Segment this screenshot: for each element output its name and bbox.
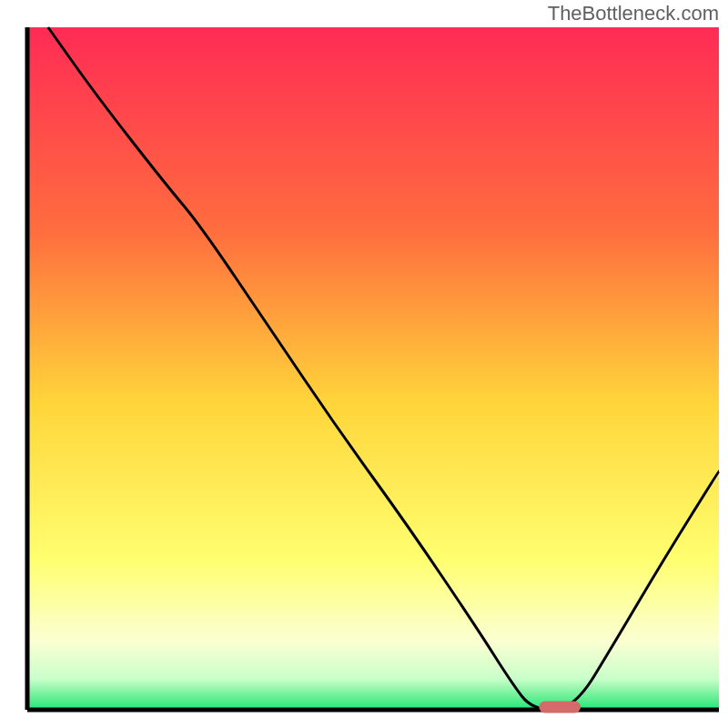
bottleneck-chart: [0, 0, 728, 728]
watermark-text: TheBottleneck.com: [548, 2, 719, 25]
chart-container: TheBottleneck.com: [0, 0, 728, 728]
optimal-marker: [539, 702, 581, 713]
plot-background: [27, 27, 719, 710]
